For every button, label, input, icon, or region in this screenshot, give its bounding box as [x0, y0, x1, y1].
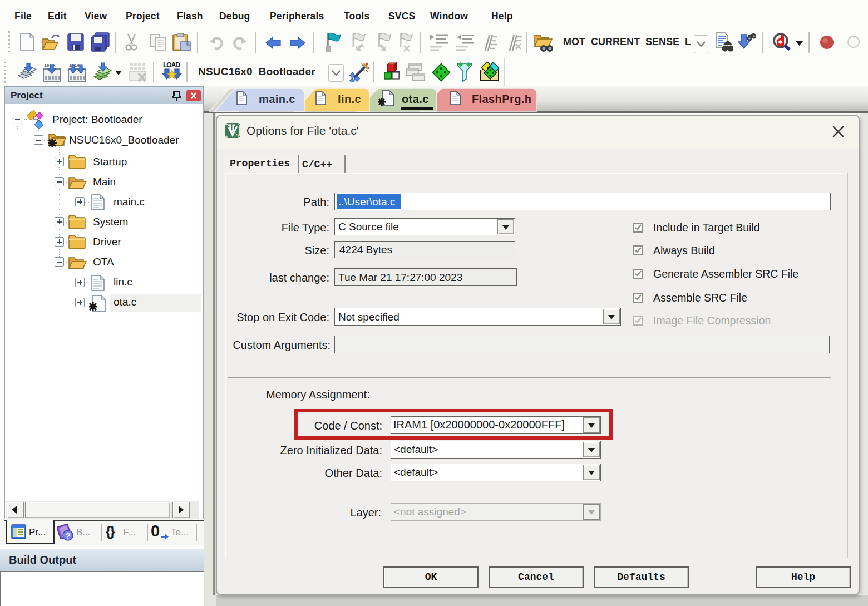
svg-text:?: ? [66, 531, 71, 540]
svg-text:LOAD: LOAD [163, 61, 180, 69]
svg-text:s: s [236, 132, 239, 137]
